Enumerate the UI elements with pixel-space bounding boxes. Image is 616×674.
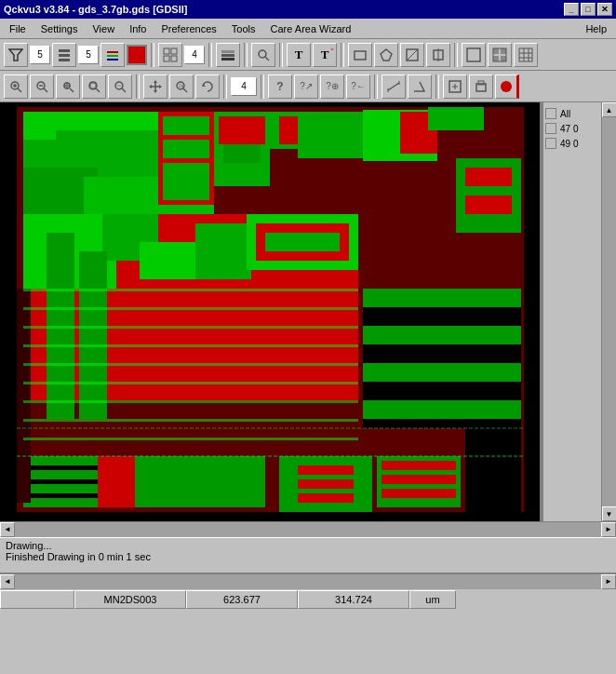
bottom-scroll-left[interactable]: ◄ <box>0 574 15 589</box>
menu-file[interactable]: File <box>2 20 33 38</box>
cell-name-value: MN2DS003 <box>104 594 157 605</box>
rect-button[interactable] <box>348 43 372 67</box>
search-button[interactable] <box>251 43 275 67</box>
svg-rect-81 <box>219 116 265 144</box>
grid-button2[interactable] <box>488 43 512 67</box>
separator6 <box>454 43 458 67</box>
svg-rect-3 <box>59 59 70 61</box>
pan-button[interactable] <box>143 74 167 99</box>
zoom-area-button[interactable] <box>82 74 106 99</box>
grid-button3[interactable] <box>514 43 538 67</box>
layers-button[interactable] <box>52 43 76 67</box>
menu-tools[interactable]: Tools <box>224 20 263 38</box>
svg-rect-87 <box>195 223 251 279</box>
filter-button[interactable] <box>4 43 28 67</box>
separator-tb2-2 <box>223 74 227 99</box>
angle-button[interactable] <box>408 74 432 99</box>
svg-line-48 <box>122 88 126 92</box>
scroll-up-button[interactable]: ▲ <box>602 102 617 117</box>
export-button[interactable] <box>443 74 467 99</box>
zoom-custom-button[interactable]: 2x <box>169 74 194 99</box>
zoom-prev-button[interactable] <box>108 74 132 99</box>
svg-rect-96 <box>363 363 521 382</box>
layer-47-checkbox[interactable] <box>545 123 556 134</box>
highlight-button[interactable] <box>100 43 125 67</box>
measure-button[interactable] <box>382 74 406 99</box>
layer-all-checkbox[interactable] <box>545 108 556 119</box>
text-button1[interactable]: T <box>287 43 311 67</box>
svg-rect-108 <box>140 456 177 507</box>
filter-input1[interactable] <box>30 46 50 64</box>
svg-rect-26 <box>501 56 506 61</box>
svg-rect-12 <box>221 54 234 57</box>
special-button[interactable] <box>495 74 519 99</box>
bottom-scrollbar: ◄ ► <box>0 573 616 588</box>
menu-help[interactable]: Help <box>578 20 614 38</box>
status-line1: Drawing... <box>6 540 610 551</box>
grid-button1[interactable] <box>462 43 486 67</box>
stack-button[interactable] <box>216 43 240 67</box>
zoom-out-button[interactable] <box>30 74 54 99</box>
text-button2[interactable]: T× <box>313 43 337 67</box>
color-swatch[interactable] <box>127 45 147 65</box>
filter-input2[interactable] <box>78 46 99 64</box>
menu-view[interactable]: View <box>85 20 122 38</box>
svg-rect-25 <box>493 56 499 61</box>
close-button[interactable]: ✕ <box>597 3 612 16</box>
layer-47[interactable]: 47 0 <box>545 121 599 136</box>
help-button4[interactable]: ?← <box>346 74 370 99</box>
status-line2: Finished Drawing in 0 min 1 sec <box>6 551 610 562</box>
poly-button[interactable] <box>374 43 398 67</box>
h-scroll-track[interactable] <box>15 522 601 537</box>
help-button3[interactable]: ?⊕ <box>320 74 344 99</box>
zoom-fit-button[interactable] <box>56 74 80 99</box>
help-button1[interactable]: ? <box>268 74 292 99</box>
pattern-input[interactable] <box>184 46 205 64</box>
menu-settings[interactable]: Settings <box>33 20 86 38</box>
coord-y-cell: 314.724 <box>298 590 409 609</box>
svg-rect-123 <box>23 400 358 403</box>
canvas-area[interactable] <box>0 102 540 521</box>
shape-button2[interactable] <box>426 43 450 67</box>
svg-rect-94 <box>363 289 521 307</box>
menu-info[interactable]: Info <box>122 20 154 38</box>
print-button[interactable] <box>469 74 493 99</box>
svg-rect-1 <box>59 49 70 52</box>
menu-care-area-wizard[interactable]: Care Area Wizard <box>263 20 359 38</box>
bottom-scroll-track[interactable] <box>15 574 601 589</box>
svg-rect-13 <box>221 58 234 61</box>
status-bar: Drawing... Finished Drawing in 0 min 1 s… <box>0 536 616 573</box>
layer-49[interactable]: 49 0 <box>545 136 599 151</box>
zoom-input[interactable] <box>231 77 257 96</box>
bottom-scroll-right[interactable]: ► <box>601 574 616 589</box>
scroll-down-button[interactable]: ▼ <box>602 506 617 521</box>
svg-rect-90 <box>23 470 98 479</box>
scroll-right-button[interactable]: ► <box>601 522 616 537</box>
scroll-left-button[interactable]: ◄ <box>0 522 15 537</box>
help-button2[interactable]: ?↗ <box>294 74 318 99</box>
svg-rect-116 <box>79 251 107 419</box>
minimize-button[interactable]: _ <box>564 3 579 16</box>
layer-49-checkbox[interactable] <box>545 138 556 149</box>
layer-all[interactable]: All <box>545 106 599 121</box>
svg-line-15 <box>265 57 269 61</box>
maximize-button[interactable]: □ <box>581 3 596 16</box>
zoom-in-button[interactable] <box>4 74 28 99</box>
svg-rect-103 <box>382 461 456 470</box>
scroll-track[interactable] <box>602 117 617 506</box>
pattern-button1[interactable] <box>158 43 182 67</box>
svg-rect-79 <box>428 107 484 130</box>
svg-rect-97 <box>363 400 521 419</box>
menu-preferences[interactable]: Preferences <box>154 20 224 38</box>
svg-rect-131 <box>465 195 512 214</box>
svg-rect-130 <box>465 168 512 186</box>
svg-line-55 <box>183 88 187 92</box>
shape-button1[interactable] <box>400 43 424 67</box>
svg-line-58 <box>388 83 399 90</box>
svg-rect-105 <box>382 489 456 498</box>
toolbar1: T T× <box>0 39 616 71</box>
refresh-button[interactable] <box>195 74 220 99</box>
cell-name-cell: MN2DS003 <box>74 590 186 609</box>
svg-rect-112 <box>163 163 209 182</box>
svg-line-19 <box>407 49 418 61</box>
